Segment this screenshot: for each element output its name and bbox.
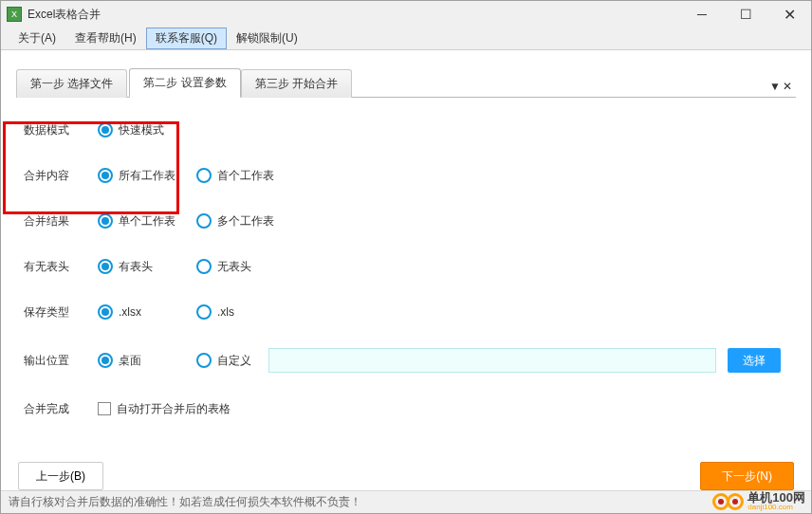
- radio-icon: [196, 259, 212, 274]
- radio-has-header[interactable]: 有表头: [98, 259, 196, 275]
- status-text: 请自行核对合并后数据的准确性！如若造成任何损失本软件概不负责！: [9, 494, 361, 510]
- next-button[interactable]: 下一步(N): [700, 462, 794, 490]
- radio-first-sheet[interactable]: 首个工作表: [196, 168, 295, 184]
- label-has-header: 有无表头: [24, 259, 98, 275]
- radio-icon: [98, 259, 113, 274]
- tab-step2[interactable]: 第二步 设置参数: [129, 68, 240, 98]
- label-output-path: 输出位置: [24, 353, 98, 369]
- checkbox-icon: [98, 402, 111, 415]
- radio-fast-mode[interactable]: 快速模式: [98, 122, 196, 138]
- menu-contact[interactable]: 联系客服(Q): [146, 28, 227, 49]
- radio-all-sheets[interactable]: 所有工作表: [98, 168, 196, 184]
- label-merge-done: 合并完成: [24, 401, 98, 417]
- menu-unlock[interactable]: 解锁限制(U): [227, 28, 307, 49]
- close-button[interactable]: ✕: [767, 1, 811, 28]
- tab-step3[interactable]: 第三步 开始合并: [241, 69, 352, 98]
- radio-icon: [98, 213, 113, 229]
- tabbar-dropdown-icon[interactable]: ▼: [769, 80, 781, 93]
- window-title: Excel表格合并: [28, 7, 680, 23]
- radio-icon: [98, 353, 113, 368]
- select-path-button[interactable]: 选择: [728, 348, 781, 373]
- radio-xlsx[interactable]: .xlsx: [98, 304, 196, 320]
- radio-desktop[interactable]: 桌面: [98, 353, 196, 369]
- menu-help[interactable]: 查看帮助(H): [65, 28, 146, 49]
- radio-icon: [196, 168, 212, 183]
- label-merge-result: 合并结果: [24, 213, 98, 229]
- watermark-logo: 单机100网 danji100.com: [712, 491, 805, 511]
- radio-single-sheet[interactable]: 单个工作表: [98, 213, 196, 229]
- minimize-button[interactable]: ─: [680, 1, 724, 28]
- radio-icon: [196, 304, 212, 320]
- prev-button[interactable]: 上一步(B): [18, 462, 103, 490]
- radio-custom-path[interactable]: 自定义: [196, 353, 265, 369]
- label-merge-content: 合并内容: [24, 168, 98, 184]
- label-data-mode: 数据模式: [24, 122, 98, 138]
- app-icon: X: [7, 7, 22, 22]
- radio-no-header[interactable]: 无表头: [196, 259, 295, 275]
- radio-icon: [98, 122, 113, 138]
- radio-xls[interactable]: .xls: [196, 304, 295, 320]
- checkbox-auto-open[interactable]: 自动打开合并后的表格: [98, 401, 231, 417]
- label-save-type: 保存类型: [24, 304, 98, 321]
- custom-path-input[interactable]: [268, 348, 716, 373]
- maximize-button[interactable]: ☐: [724, 1, 767, 28]
- menu-about[interactable]: 关于(A): [9, 28, 65, 49]
- radio-icon: [98, 304, 113, 320]
- radio-icon: [196, 353, 212, 368]
- tabbar-close-icon[interactable]: ✕: [783, 80, 792, 93]
- radio-icon: [196, 213, 212, 229]
- radio-multi-sheet[interactable]: 多个工作表: [196, 213, 295, 229]
- radio-icon: [98, 168, 113, 183]
- tab-step1[interactable]: 第一步 选择文件: [16, 69, 127, 98]
